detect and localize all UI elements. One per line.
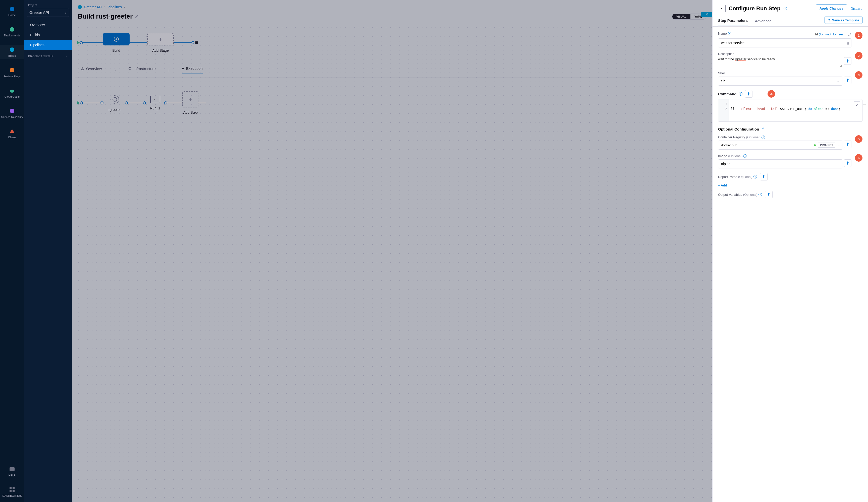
pin-button[interactable] xyxy=(844,159,851,167)
name-input[interactable] xyxy=(718,39,851,48)
pin-button[interactable] xyxy=(844,57,851,65)
stage-tab-infrastructure[interactable]: ⚙Infrastructure xyxy=(128,66,156,74)
page-title: Build rust-greeter xyxy=(78,12,139,20)
svg-point-2 xyxy=(10,48,14,52)
stage-tab-overview[interactable]: ◎Overview xyxy=(81,66,102,74)
variable-icon[interactable]: ▦ xyxy=(846,41,849,45)
step-label-run1: Run_1 xyxy=(150,106,160,110)
project-selector[interactable]: Greeter API › xyxy=(27,8,69,17)
pipeline-node xyxy=(80,41,83,44)
discard-button[interactable]: Discard xyxy=(851,7,862,11)
code-gutter: 12 xyxy=(718,100,729,122)
callout-6: 6 xyxy=(855,154,862,161)
nav-deployments[interactable]: Deployments xyxy=(0,25,24,39)
command-editor[interactable]: 12 ll --silent --head --fail $SERVICE_UR… xyxy=(718,99,862,122)
add-report-path[interactable]: + Add xyxy=(718,184,862,187)
pin-button[interactable] xyxy=(844,76,851,84)
svg-rect-11 xyxy=(12,490,14,492)
description-label: Description xyxy=(718,52,851,56)
svg-point-0 xyxy=(10,7,14,11)
output-variables-label: Output Variables (Optional) i xyxy=(718,191,862,198)
nav-builds[interactable]: Builds xyxy=(0,45,24,59)
nav-help[interactable]: HELP xyxy=(0,465,24,479)
build-icon xyxy=(113,36,120,42)
stage-build[interactable] xyxy=(103,33,130,45)
step-add[interactable]: + xyxy=(182,91,198,107)
help-icon xyxy=(9,466,15,472)
info-icon[interactable]: i xyxy=(784,7,787,10)
close-chip[interactable]: ✕ xyxy=(701,12,712,17)
exec-node xyxy=(101,102,103,104)
svg-point-5 xyxy=(10,109,14,113)
breadcrumb: Greeter API › Pipelines › xyxy=(72,0,712,9)
pipeline-node xyxy=(192,41,194,44)
info-icon[interactable]: i xyxy=(728,32,731,35)
optional-config-toggle[interactable]: Optional Configuration ⌃ xyxy=(718,127,862,131)
dashboards-icon xyxy=(9,487,15,493)
exec-start-icon xyxy=(78,102,80,104)
info-icon[interactable]: i xyxy=(819,33,823,36)
pin-button[interactable] xyxy=(844,140,851,148)
nav-dashboards[interactable]: DASHBOARDS xyxy=(0,485,24,499)
shell-label: Shell xyxy=(718,71,851,75)
pin-button[interactable] xyxy=(760,173,767,180)
image-input[interactable] xyxy=(718,159,843,168)
breadcrumb-project[interactable]: Greeter API xyxy=(84,5,102,9)
sidebar-item-pipelines[interactable]: Pipelines xyxy=(24,40,72,50)
container-registry-select[interactable]: docker hub PROJECT ⌄ xyxy=(718,140,843,149)
project-setup-toggle[interactable]: PROJECT SETUP ⌄ xyxy=(24,50,72,62)
scope-tag: PROJECT xyxy=(818,143,835,148)
mode-visual[interactable]: VISUAL xyxy=(672,14,690,19)
template-icon: ⇡ xyxy=(828,18,830,22)
globe-icon: ◎ xyxy=(81,66,84,71)
stage-add[interactable]: + xyxy=(147,33,174,45)
edit-icon[interactable] xyxy=(135,14,139,19)
pin-button[interactable] xyxy=(745,90,753,98)
info-icon[interactable]: i xyxy=(754,175,757,178)
expand-icon[interactable]: ⤢ xyxy=(854,102,860,108)
infra-icon: ⚙ xyxy=(128,66,132,71)
tab-step-parameters[interactable]: Step Parameters xyxy=(718,16,748,27)
shell-select[interactable]: Sh ⌄ xyxy=(718,76,843,86)
svg-point-4 xyxy=(10,90,14,93)
sidebar-item-overview[interactable]: Overview xyxy=(24,20,72,30)
nav-cloud-costs[interactable]: Cloud Costs xyxy=(0,86,24,100)
svg-rect-8 xyxy=(10,487,12,489)
info-icon[interactable]: i xyxy=(743,154,747,158)
step-run1[interactable]: >_ xyxy=(150,96,160,103)
container-registry-label: Container Registry (Optional) i xyxy=(718,135,851,139)
description-input[interactable]: wait for the rgreeter service to be read… xyxy=(718,57,843,67)
chevron-up-icon: ⌃ xyxy=(762,127,765,131)
cloud-icon xyxy=(9,87,15,94)
nav-feature-flags[interactable]: Feature Flags xyxy=(0,66,24,80)
deploy-icon xyxy=(9,27,15,32)
configure-panel: >_ Configure Run Step i Apply Changes Di… xyxy=(712,0,868,502)
step-label-add: Add Step xyxy=(183,111,198,114)
report-paths-label: Report Paths (Optional) i xyxy=(718,173,862,180)
nav-home[interactable]: Home xyxy=(0,4,24,18)
info-icon[interactable]: i xyxy=(739,92,742,96)
tab-advanced[interactable]: Advanced xyxy=(755,16,772,26)
stage-tab-execution[interactable]: ▸Execution xyxy=(182,66,203,74)
info-icon[interactable]: i xyxy=(762,136,765,139)
chaos-icon xyxy=(9,128,15,134)
svg-point-14 xyxy=(111,95,119,103)
step-rgreeter[interactable] xyxy=(110,94,120,105)
apply-button[interactable]: Apply Changes xyxy=(816,4,847,12)
chevron-down-icon: ⌄ xyxy=(836,79,839,83)
nav-service-reliability[interactable]: Service Reliability xyxy=(0,106,24,120)
builds-icon xyxy=(9,47,15,53)
nav-chaos[interactable]: Chaos xyxy=(0,127,24,140)
breadcrumb-pipelines[interactable]: Pipelines xyxy=(107,5,122,9)
save-as-template-button[interactable]: ⇡ Save as Template xyxy=(825,17,862,24)
pin-button[interactable] xyxy=(765,191,773,198)
chevron-right-icon: › xyxy=(65,10,66,14)
info-icon[interactable]: i xyxy=(758,193,762,196)
svg-point-13 xyxy=(115,39,117,40)
edit-id-icon[interactable] xyxy=(848,33,851,36)
svg-rect-7 xyxy=(10,467,14,471)
sidebar-item-builds[interactable]: Builds xyxy=(24,30,72,40)
home-icon xyxy=(9,6,15,12)
code-content[interactable]: ll --silent --head --fail $SERVICE_URL ;… xyxy=(718,100,862,114)
run-step-icon: >_ xyxy=(718,5,726,12)
